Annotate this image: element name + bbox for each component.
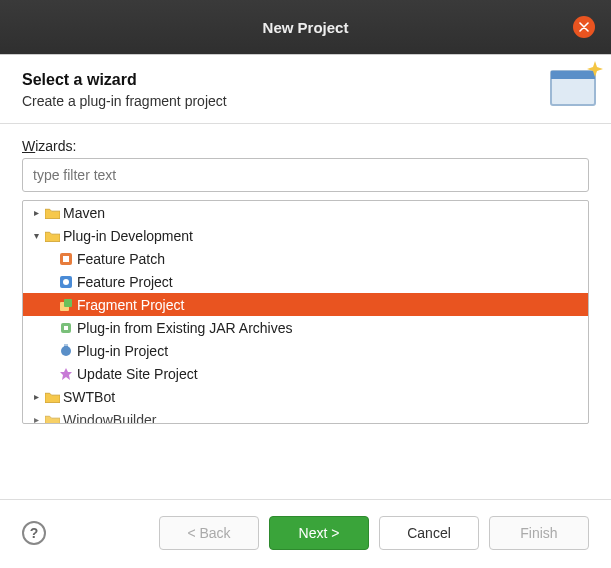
tree-node-plugin-from-jar[interactable]: Plug-in from Existing JAR Archives	[23, 316, 588, 339]
folder-icon	[43, 414, 61, 425]
close-button[interactable]	[573, 16, 595, 38]
update-site-icon	[57, 367, 75, 381]
tree-node-fragment-project[interactable]: Fragment Project	[23, 293, 588, 316]
wizard-description: Create a plug-in fragment project	[22, 93, 589, 109]
svg-rect-13	[67, 344, 68, 347]
folder-icon	[43, 230, 61, 242]
tree-node-update-site[interactable]: Update Site Project	[23, 362, 588, 385]
chevron-right-icon[interactable]: ▸	[29, 207, 43, 218]
wizard-content: Wizards: ▸ Maven ▾ Plug-in Development	[0, 124, 611, 499]
folder-icon	[43, 391, 61, 403]
feature-project-icon	[57, 275, 75, 289]
tree-node-plugin-project[interactable]: Plug-in Project	[23, 339, 588, 362]
svg-rect-1	[551, 71, 595, 79]
tree-node-swtbot[interactable]: ▸ SWTBot	[23, 385, 588, 408]
back-button[interactable]: < Back	[159, 516, 259, 550]
svg-point-6	[63, 279, 69, 285]
dialog-body: Select a wizard Create a plug-in fragmen…	[0, 54, 611, 568]
titlebar: New Project	[0, 0, 611, 54]
tree-label: Update Site Project	[77, 366, 198, 382]
chevron-down-icon[interactable]: ▾	[29, 230, 43, 241]
tree-node-plugin-dev[interactable]: ▾ Plug-in Development	[23, 224, 588, 247]
wizard-banner-icon	[539, 55, 611, 127]
wizard-heading: Select a wizard	[22, 71, 589, 89]
wizard-tree[interactable]: ▸ Maven ▾ Plug-in Development Feature Pa…	[22, 200, 589, 424]
tree-node-maven[interactable]: ▸ Maven	[23, 201, 588, 224]
tree-label: Plug-in Project	[77, 343, 168, 359]
wizards-label: Wizards:	[22, 138, 589, 154]
fragment-project-icon	[57, 298, 75, 312]
tree-label: Fragment Project	[77, 297, 184, 313]
jar-plugin-icon	[57, 321, 75, 335]
tree-node-feature-project[interactable]: Feature Project	[23, 270, 588, 293]
feature-patch-icon	[57, 252, 75, 266]
chevron-right-icon[interactable]: ▸	[29, 414, 43, 424]
tree-node-feature-patch[interactable]: Feature Patch	[23, 247, 588, 270]
cancel-button[interactable]: Cancel	[379, 516, 479, 550]
tree-node-windowbuilder[interactable]: ▸ WindowBuilder	[23, 408, 588, 424]
button-bar: ? < Back Next > Cancel Finish	[0, 499, 611, 568]
help-icon: ?	[30, 525, 39, 541]
next-button[interactable]: Next >	[269, 516, 369, 550]
tree-label: Plug-in from Existing JAR Archives	[77, 320, 293, 336]
window-title: New Project	[263, 19, 349, 36]
svg-rect-8	[64, 299, 72, 307]
wizard-header: Select a wizard Create a plug-in fragmen…	[0, 55, 611, 124]
tree-label: Plug-in Development	[63, 228, 193, 244]
help-button[interactable]: ?	[22, 521, 46, 545]
tree-label: SWTBot	[63, 389, 115, 405]
tree-label: WindowBuilder	[63, 412, 156, 425]
plugin-project-icon	[57, 344, 75, 358]
tree-label: Feature Patch	[77, 251, 165, 267]
svg-marker-14	[60, 368, 72, 380]
svg-rect-4	[63, 256, 69, 262]
folder-icon	[43, 207, 61, 219]
close-icon	[579, 22, 589, 32]
chevron-right-icon[interactable]: ▸	[29, 391, 43, 402]
tree-label: Maven	[63, 205, 105, 221]
tree-label: Feature Project	[77, 274, 173, 290]
svg-rect-12	[65, 344, 66, 347]
finish-button[interactable]: Finish	[489, 516, 589, 550]
filter-input[interactable]	[22, 158, 589, 192]
